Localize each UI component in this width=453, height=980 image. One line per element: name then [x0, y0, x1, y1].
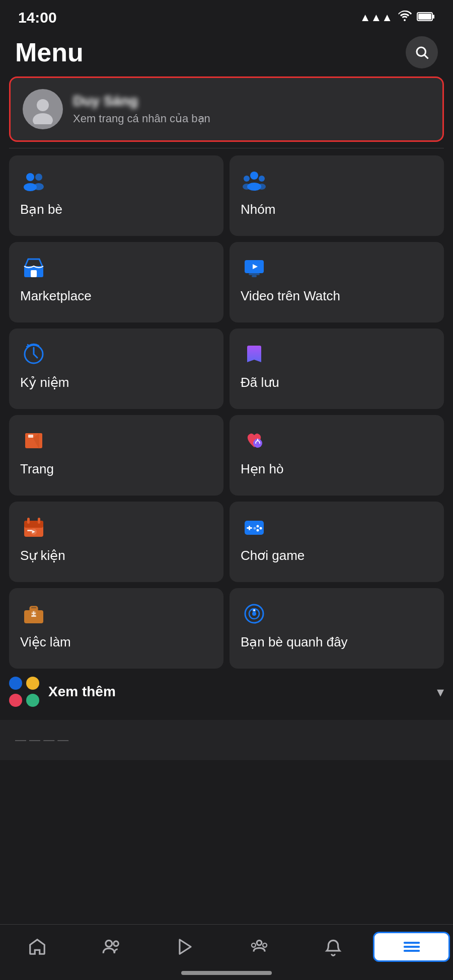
search-button[interactable] — [406, 36, 438, 68]
svg-point-3 — [417, 47, 426, 56]
svg-point-16 — [258, 184, 266, 190]
battery-icon — [417, 12, 435, 24]
svg-rect-21 — [249, 273, 260, 275]
svg-point-15 — [243, 184, 251, 190]
svg-rect-39 — [247, 527, 252, 529]
svg-rect-1 — [433, 15, 434, 19]
see-more-label: Xem thêm — [48, 684, 428, 700]
nav-item-watch[interactable] — [148, 933, 222, 960]
nav-item-notifications[interactable] — [296, 933, 370, 960]
groups-icon — [241, 168, 268, 195]
nhom-label: Nhóm — [241, 202, 275, 217]
section-divider — [9, 148, 444, 148]
svg-rect-26 — [28, 435, 33, 438]
svg-point-40 — [257, 525, 259, 528]
nav-item-groups[interactable] — [222, 933, 296, 960]
grid-item-da-luu[interactable]: Đã lưu — [230, 329, 444, 409]
grid-item-ban-be-quanh-day[interactable]: Bạn bè quanh đây — [230, 588, 444, 669]
memories-icon — [20, 341, 47, 368]
grid-row-2: Marketplace Video trên Watch — [9, 242, 444, 322]
grid-item-ban-be[interactable]: Bạn bè — [9, 155, 223, 236]
ban-be-label: Bạn bè — [20, 202, 62, 217]
grid-item-video-watch[interactable]: Video trên Watch — [230, 242, 444, 322]
profile-subtitle: Xem trang cá nhân của bạn — [73, 112, 430, 125]
viec-lam-label: Việc làm — [20, 634, 71, 650]
grid-item-marketplace[interactable]: Marketplace — [9, 242, 223, 322]
signal-icon: ▲▲▲ — [360, 11, 393, 24]
svg-marker-55 — [179, 940, 190, 954]
events-icon — [20, 514, 47, 541]
profile-name: Duy Sáng — [73, 93, 430, 109]
grid-item-nhom[interactable]: Nhóm — [230, 155, 444, 236]
header: Menu — [0, 31, 453, 76]
da-luu-label: Đã lưu — [241, 375, 279, 390]
grid-row-3: Kỷ niệm Đã lưu — [9, 329, 444, 409]
grid-row-4: Trang Hẹn hò — [9, 415, 444, 496]
grid-row-5: Sự kiện Chơi game — [9, 502, 444, 582]
svg-rect-22 — [252, 275, 257, 277]
grid-row-1: Bạn bè Nhóm — [9, 155, 444, 236]
nav-item-menu[interactable] — [373, 932, 450, 962]
svg-rect-31 — [24, 521, 43, 528]
nav-item-home[interactable] — [0, 933, 74, 960]
hen-ho-label: Hẹn hò — [241, 461, 283, 477]
svg-point-11 — [250, 172, 258, 180]
svg-point-42 — [257, 529, 259, 532]
svg-point-5 — [37, 99, 49, 111]
grid-item-ky-niem[interactable]: Kỷ niệm — [9, 329, 223, 409]
grid-row-6: Việc làm Bạn bè quanh đây — [9, 588, 444, 669]
svg-rect-2 — [418, 14, 431, 20]
choi-game-label: Chơi game — [241, 548, 305, 563]
gaming-icon — [241, 514, 268, 541]
svg-rect-33 — [38, 518, 40, 524]
nav-item-friends[interactable] — [74, 933, 148, 960]
grid-item-viec-lam[interactable]: Việc làm — [9, 588, 223, 669]
svg-rect-18 — [31, 270, 37, 277]
svg-point-12 — [244, 176, 250, 182]
svg-rect-45 — [30, 608, 37, 610]
profile-section[interactable]: Duy Sáng Xem trang cá nhân của bạn — [9, 76, 444, 142]
svg-point-13 — [259, 176, 265, 182]
svg-point-10 — [34, 183, 44, 190]
avatar — [23, 89, 63, 129]
see-more-row[interactable]: Xem thêm ▾ — [9, 677, 444, 712]
page-title: Menu — [15, 37, 84, 67]
dating-icon — [241, 427, 268, 454]
grid-item-hen-ho[interactable]: Hẹn hò — [230, 415, 444, 496]
marketplace-icon — [20, 254, 47, 281]
svg-point-53 — [105, 940, 112, 947]
partial-bottom-strip: — — — — — [0, 720, 453, 760]
marketplace-label: Marketplace — [20, 288, 92, 304]
svg-point-6 — [33, 113, 53, 124]
su-kien-label: Sự kiện — [20, 548, 65, 563]
grid-item-su-kien[interactable]: Sự kiện — [9, 502, 223, 582]
svg-point-57 — [251, 943, 255, 947]
svg-point-58 — [263, 943, 267, 947]
svg-point-41 — [260, 527, 262, 530]
ky-niem-label: Kỷ niệm — [20, 375, 69, 390]
grid-item-trang[interactable]: Trang — [9, 415, 223, 496]
chevron-down-icon: ▾ — [437, 684, 444, 700]
svg-point-9 — [35, 174, 42, 181]
watch-icon — [241, 254, 268, 281]
profile-info: Duy Sáng Xem trang cá nhân của bạn — [73, 93, 430, 125]
nearby-icon — [241, 600, 268, 627]
svg-point-52 — [253, 609, 255, 611]
grid-item-choi-game[interactable]: Chơi game — [230, 502, 444, 582]
svg-point-7 — [26, 173, 34, 181]
friends-icon — [20, 168, 47, 195]
trang-label: Trang — [20, 461, 54, 477]
menu-grid: Bạn bè Nhóm — [0, 155, 453, 669]
video-watch-label: Video trên Watch — [241, 288, 340, 304]
status-bar: 14:00 ▲▲▲ — [0, 0, 453, 31]
pages-icon — [20, 427, 47, 454]
see-more-icon — [9, 677, 39, 707]
svg-point-54 — [113, 941, 118, 946]
saved-icon — [241, 341, 268, 368]
jobs-icon — [20, 600, 47, 627]
wifi-icon — [398, 11, 412, 25]
ban-be-quanh-day-label: Bạn bè quanh đây — [241, 634, 348, 650]
dot-green — [26, 694, 39, 707]
svg-line-4 — [425, 55, 428, 59]
svg-point-43 — [254, 527, 256, 530]
